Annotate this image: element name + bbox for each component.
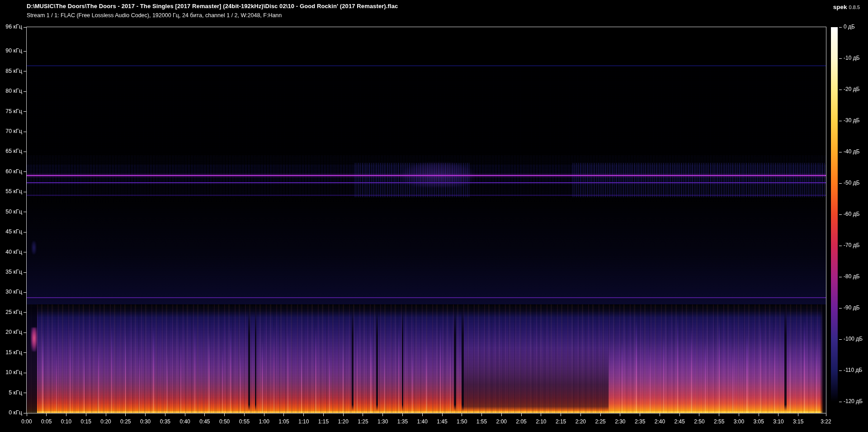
tonal-line: [27, 66, 826, 66]
time-tick-label: 1:10: [298, 418, 309, 425]
time-tick-label: 2:30: [615, 418, 625, 425]
transient-streak: [194, 325, 195, 413]
transient-streak: [222, 349, 223, 413]
time-tick: [778, 413, 778, 416]
time-tick: [145, 413, 146, 416]
transient-streak: [329, 353, 330, 413]
time-tick-label: 0:25: [120, 418, 131, 425]
freq-tick-label: 75 кГц: [0, 108, 22, 114]
freq-tick-label: 80 кГц: [0, 88, 22, 94]
time-tick: [739, 413, 739, 416]
db-tick-label: -10 дБ: [844, 55, 860, 61]
db-tick-label: 0 дБ: [844, 24, 855, 30]
time-tick: [521, 413, 522, 416]
freq-tick: [24, 373, 26, 373]
time-tick: [580, 413, 581, 416]
transient-streak: [42, 332, 43, 413]
time-tick-label: 0:10: [61, 418, 71, 425]
transient-streak: [804, 321, 805, 413]
db-tick-label: -90 дБ: [844, 304, 860, 311]
db-tick: [839, 370, 842, 371]
time-tick: [699, 413, 699, 416]
freq-tick-label: 45 кГц: [0, 228, 22, 235]
time-tick-label: 0:55: [239, 418, 250, 425]
time-tick: [462, 413, 462, 416]
transient-streak: [691, 327, 692, 413]
quiet-gap: [352, 309, 354, 413]
time-tick: [244, 413, 245, 416]
time-tick-label: 2:25: [595, 418, 605, 425]
transient-streak: [732, 347, 733, 413]
time-tick: [759, 413, 759, 416]
time-tick: [382, 413, 383, 416]
tonal-line: [27, 297, 826, 298]
time-tick: [283, 413, 284, 416]
freq-tick-label: 10 кГц: [0, 369, 22, 375]
transient-streak: [636, 321, 637, 413]
quiet-gap: [462, 309, 464, 413]
time-tick: [501, 413, 502, 416]
db-tick-label: -80 дБ: [844, 273, 860, 280]
app-version: 0.8.5: [849, 5, 860, 10]
freq-tick-label: 40 кГц: [0, 249, 22, 255]
time-tick-label: 2:55: [714, 418, 724, 425]
time-tick-label: 0:15: [81, 418, 91, 425]
time-tick-label: 3:00: [734, 418, 744, 425]
transient-streak: [274, 325, 274, 413]
app-brand: spek0.8.5: [833, 3, 860, 11]
intro-transient-blob: [31, 328, 38, 351]
time-tick: [679, 413, 680, 416]
transient-streak: [153, 327, 154, 413]
time-tick-label: 1:25: [358, 418, 368, 425]
time-tick: [541, 413, 541, 416]
time-tick-label: 1:30: [377, 418, 388, 425]
time-tick-label: 0:30: [140, 418, 151, 425]
quiet-gap: [248, 309, 250, 413]
transient-streak: [705, 343, 706, 413]
freq-tick: [24, 292, 26, 293]
time-tick-label: 1:55: [476, 418, 487, 425]
loud-section-overlay: [609, 304, 821, 413]
transient-streak: [56, 349, 57, 413]
db-tick-label: -50 дБ: [844, 180, 860, 186]
freq-tick-label: 90 кГц: [0, 47, 22, 54]
transient-streak: [343, 341, 344, 413]
db-tick: [839, 90, 842, 90]
freq-tick-label: 70 кГц: [0, 128, 22, 134]
freq-tick-label: 30 кГц: [0, 289, 22, 295]
time-tick-label: 0:50: [219, 418, 230, 425]
transient-streak: [384, 349, 385, 413]
time-tick-label: 2:00: [496, 418, 507, 425]
freq-tick-label: 60 кГц: [0, 168, 22, 175]
transient-streak: [677, 318, 678, 413]
time-tick: [719, 413, 719, 416]
db-tick-label: -40 дБ: [844, 148, 860, 155]
db-tick: [839, 183, 842, 184]
time-tick: [826, 413, 826, 416]
transient-streak: [70, 327, 71, 413]
transient-streak: [180, 341, 181, 413]
time-tick: [204, 413, 205, 416]
time-tick: [363, 413, 363, 416]
transient-streak: [774, 327, 775, 413]
transient-streak: [84, 353, 85, 413]
time-tick-label: 1:20: [338, 418, 349, 425]
time-tick: [27, 413, 27, 416]
freq-tick-label: 65 кГц: [0, 148, 22, 154]
time-tick-label: 1:05: [278, 418, 289, 425]
quiet-gap: [402, 309, 403, 413]
transient-streak: [111, 325, 112, 413]
time-tick: [422, 413, 423, 416]
time-tick-label: 2:20: [576, 418, 586, 425]
time-tick: [264, 413, 264, 416]
spectrogram-plot: [27, 27, 826, 413]
transient-streak: [167, 353, 168, 413]
quiet-gap: [255, 309, 256, 413]
time-tick-label: 2:45: [674, 418, 684, 425]
freq-tick: [24, 212, 26, 212]
transient-streak: [301, 349, 302, 413]
transient-streak: [357, 325, 358, 413]
freq-tick: [24, 272, 26, 273]
time-tick: [165, 413, 165, 416]
time-tick-label: 3:15: [793, 418, 803, 425]
